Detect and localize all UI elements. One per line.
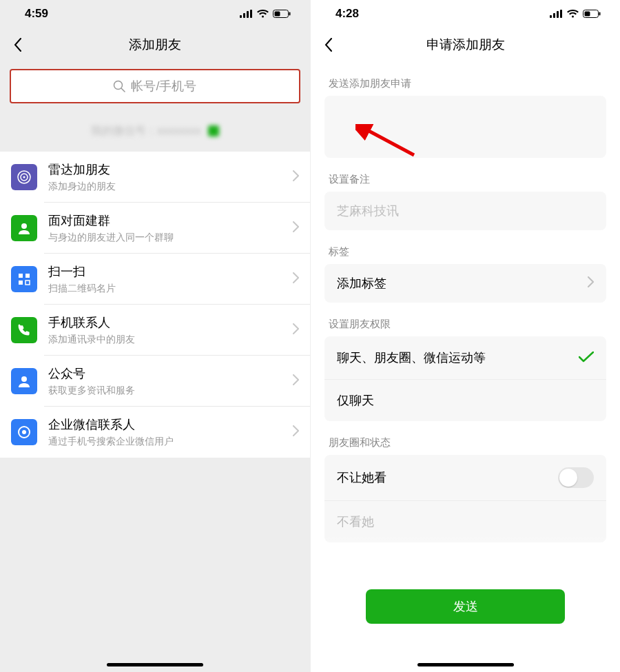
home-indicator bbox=[107, 663, 203, 666]
add-tag-label: 添加标签 bbox=[337, 275, 386, 292]
svg-rect-18 bbox=[553, 13, 555, 18]
list-item[interactable]: 企业微信联系人通过手机号搜索企业微信用户 bbox=[0, 407, 310, 458]
permission-full-row[interactable]: 聊天、朋友圈、微信运动等 bbox=[324, 336, 606, 380]
status-time: 4:59 bbox=[25, 7, 48, 21]
svg-point-12 bbox=[21, 223, 27, 229]
section-label-remark: 设置备注 bbox=[311, 158, 620, 192]
list-item-title: 雷达加朋友 bbox=[48, 161, 293, 178]
back-button[interactable] bbox=[320, 37, 337, 53]
list-item-subtitle: 扫描二维码名片 bbox=[48, 283, 293, 295]
chevron-right-icon bbox=[293, 425, 299, 439]
list-item-title: 面对面建群 bbox=[48, 212, 293, 229]
svg-rect-1 bbox=[243, 13, 245, 18]
svg-rect-0 bbox=[240, 15, 242, 18]
search-input[interactable]: 帐号/手机号 bbox=[10, 69, 300, 103]
list-item[interactable]: 雷达加朋友添加身边的朋友 bbox=[0, 152, 310, 203]
search-icon bbox=[113, 80, 125, 92]
section-label-permission: 设置朋友权限 bbox=[311, 303, 620, 336]
official-icon bbox=[11, 368, 37, 394]
battery-icon bbox=[273, 10, 291, 18]
permission-chat-only-label: 仅聊天 bbox=[337, 392, 374, 409]
status-time: 4:28 bbox=[335, 7, 359, 21]
svg-rect-23 bbox=[599, 12, 601, 16]
list-item-subtitle: 添加通讯录中的朋友 bbox=[48, 334, 293, 346]
signal-icon bbox=[240, 10, 253, 18]
chevron-right-icon bbox=[293, 170, 299, 184]
moments-hide-label: 不让她看 bbox=[337, 469, 386, 486]
list-item[interactable]: 公众号获取更多资讯和服务 bbox=[0, 356, 310, 407]
chevron-right-icon bbox=[588, 276, 594, 291]
status-icons bbox=[550, 10, 601, 18]
qr-icon bbox=[208, 125, 219, 136]
chevron-right-icon bbox=[293, 272, 299, 286]
battery-icon bbox=[583, 10, 601, 18]
remark-placeholder: 芝麻科技讯 bbox=[337, 204, 399, 218]
chevron-right-icon bbox=[293, 323, 299, 337]
group-icon bbox=[11, 215, 37, 241]
moments-group: 不让她看 不看她 bbox=[324, 455, 606, 542]
section-label-moments: 朋友圈和状态 bbox=[311, 421, 620, 455]
list-item-subtitle: 通过手机号搜索企业微信用户 bbox=[48, 436, 293, 448]
list-item-subtitle: 与身边的朋友进入同一个群聊 bbox=[48, 232, 293, 244]
svg-rect-2 bbox=[247, 11, 249, 18]
svg-point-7 bbox=[114, 81, 123, 90]
status-icons bbox=[240, 10, 291, 18]
svg-rect-13 bbox=[25, 281, 30, 285]
svg-rect-17 bbox=[550, 15, 552, 18]
list-item[interactable]: 手机联系人添加通讯录中的朋友 bbox=[0, 305, 310, 356]
check-icon bbox=[579, 349, 594, 367]
back-button[interactable] bbox=[10, 37, 26, 53]
svg-rect-20 bbox=[560, 10, 562, 18]
signal-icon bbox=[550, 10, 563, 18]
svg-point-11 bbox=[23, 176, 25, 179]
svg-point-14 bbox=[21, 376, 27, 382]
add-tag-row[interactable]: 添加标签 bbox=[324, 264, 606, 303]
wifi-icon bbox=[567, 10, 579, 18]
list-item[interactable]: 扫一扫扫描二维码名片 bbox=[0, 254, 310, 305]
phone-icon bbox=[11, 317, 37, 343]
svg-rect-6 bbox=[289, 12, 291, 16]
send-button-label: 发送 bbox=[453, 598, 478, 615]
wifi-icon bbox=[257, 10, 269, 18]
chevron-left-icon bbox=[324, 38, 333, 52]
moments-hide-row[interactable]: 不让她看 bbox=[324, 455, 606, 501]
nav-title: 添加朋友 bbox=[129, 36, 181, 54]
svg-point-16 bbox=[22, 430, 26, 434]
section-label-tag: 标签 bbox=[311, 230, 620, 264]
permission-chat-only-row[interactable]: 仅聊天 bbox=[324, 380, 606, 421]
search-placeholder: 帐号/手机号 bbox=[131, 78, 196, 94]
permission-full-label: 聊天、朋友圈、微信运动等 bbox=[337, 349, 486, 366]
remark-input[interactable]: 芝麻科技讯 bbox=[324, 192, 606, 230]
list-item-title: 手机联系人 bbox=[48, 314, 293, 331]
home-indicator bbox=[417, 663, 514, 666]
nav-bar: 添加朋友 bbox=[0, 28, 310, 62]
chevron-right-icon bbox=[293, 221, 299, 235]
radar-icon bbox=[11, 164, 37, 190]
svg-line-8 bbox=[122, 89, 125, 92]
list-item-title: 扫一扫 bbox=[48, 263, 293, 280]
svg-rect-5 bbox=[275, 12, 280, 17]
my-wechat-id-row: 我的微信号：xxxxxxxx bbox=[0, 110, 310, 152]
svg-rect-22 bbox=[585, 12, 590, 17]
chevron-right-icon bbox=[293, 374, 299, 388]
work-icon bbox=[11, 419, 37, 445]
list-item-title: 公众号 bbox=[48, 365, 293, 382]
toggle-switch[interactable] bbox=[558, 467, 594, 488]
chevron-left-icon bbox=[14, 38, 22, 52]
permission-group: 聊天、朋友圈、微信运动等 仅聊天 bbox=[324, 336, 606, 421]
list-item-subtitle: 获取更多资讯和服务 bbox=[48, 385, 293, 397]
screen-apply-friend: 4:28 申请添加朋友 发送添加朋友申请 设置备注 芝麻科技讯 标签 添加标签 … bbox=[310, 0, 620, 672]
status-bar: 4:28 bbox=[311, 0, 620, 28]
svg-rect-19 bbox=[557, 11, 559, 18]
add-friend-options-list: 雷达加朋友添加身边的朋友面对面建群与身边的朋友进入同一个群聊扫一扫扫描二维码名片… bbox=[0, 152, 310, 458]
request-message-input[interactable] bbox=[324, 96, 606, 158]
section-label-request: 发送添加朋友申请 bbox=[311, 62, 620, 96]
svg-rect-3 bbox=[250, 10, 252, 18]
scan-icon bbox=[11, 266, 37, 292]
nav-bar: 申请添加朋友 bbox=[311, 28, 620, 62]
send-button[interactable]: 发送 bbox=[366, 589, 565, 624]
nav-title: 申请添加朋友 bbox=[426, 36, 505, 54]
moments-extra-row[interactable]: 不看她 bbox=[324, 501, 606, 542]
list-item[interactable]: 面对面建群与身边的朋友进入同一个群聊 bbox=[0, 203, 310, 254]
list-item-subtitle: 添加身边的朋友 bbox=[48, 181, 293, 193]
